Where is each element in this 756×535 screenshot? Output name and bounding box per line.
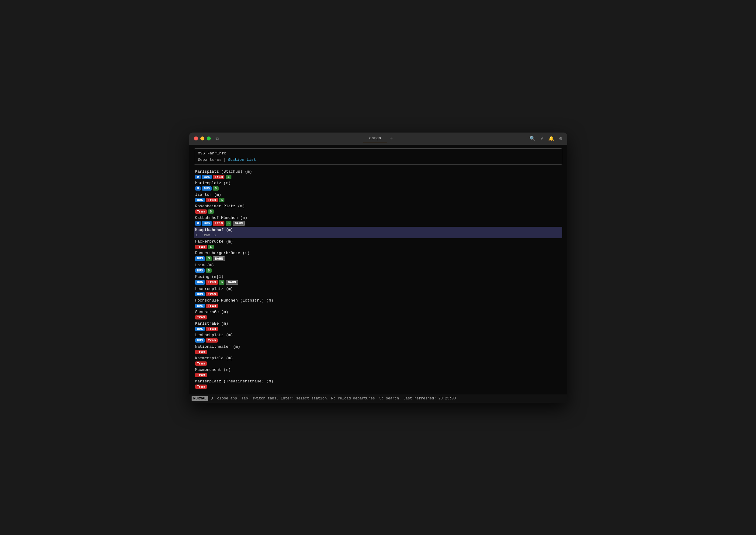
badge-tram: Tram bbox=[206, 327, 218, 331]
badge-bus: BUS bbox=[195, 327, 205, 331]
add-tab-button[interactable]: + bbox=[390, 136, 393, 142]
badge-bus: BUS bbox=[195, 338, 205, 343]
maximize-button[interactable] bbox=[207, 136, 211, 140]
badge-s: S bbox=[226, 221, 231, 226]
station-badges: Tram bbox=[195, 384, 561, 389]
station-badges: Tram bbox=[195, 373, 561, 377]
station-badges: U BUS Tram S bbox=[195, 175, 561, 179]
station-name: Isartor (m) bbox=[195, 192, 561, 197]
badge-bahn: BAHN bbox=[233, 221, 245, 226]
tab-station-list[interactable]: Station List bbox=[227, 157, 256, 162]
station-name: Sandstraße (m) bbox=[195, 310, 561, 314]
list-item[interactable]: Pasing (m|1) BUS Tram S BAHN bbox=[194, 273, 562, 286]
station-list: Karlsplatz (Stachus) (m) U BUS Tram S Ma… bbox=[194, 168, 562, 390]
badge-tram: Tram bbox=[195, 384, 207, 389]
station-badges: U Tram S bbox=[195, 233, 561, 238]
station-name: Pasing (m|1) bbox=[195, 274, 561, 279]
badge-tram: Tram bbox=[195, 361, 207, 366]
tab-icon: ⧉ bbox=[216, 136, 218, 141]
badge-s: S bbox=[226, 175, 231, 179]
list-item[interactable]: Ostbahnhof München (m) U BUS Tram S BAHN bbox=[194, 214, 562, 227]
station-badges: BUS Tram bbox=[195, 327, 561, 331]
titlebar: ⧉ cargo + 🔍 ⚡ 🔔 ⚙ bbox=[189, 132, 567, 145]
list-item[interactable]: Sandstraße (m) Tram bbox=[194, 309, 562, 321]
station-badges: BUS S bbox=[195, 268, 561, 273]
notification-icon[interactable]: 🔔 bbox=[548, 136, 554, 142]
list-item[interactable]: Marienplatz (Theatinerstraße) (m) Tram bbox=[194, 378, 562, 390]
tab-departures[interactable]: Departures bbox=[198, 157, 222, 162]
content-area: MVG FahrInfo Departures | Station List K… bbox=[189, 145, 567, 394]
badge-s: S bbox=[219, 280, 225, 285]
list-item[interactable]: Hochschule München (Lothstr.) (m) BUS Tr… bbox=[194, 297, 562, 309]
badge-tram-text: Tram bbox=[201, 233, 211, 238]
status-bar: NORMAL Q: close app. Tab: switch tabs. E… bbox=[189, 394, 567, 403]
badge-tram: Tram bbox=[206, 338, 218, 343]
station-name: Lenbachplatz (m) bbox=[195, 333, 561, 337]
badge-s: S bbox=[213, 186, 218, 191]
badge-tram: Tram bbox=[213, 175, 224, 179]
badge-bus: BUS bbox=[195, 292, 205, 296]
station-badges: U BUS Tram S BAHN bbox=[195, 221, 561, 226]
badge-s: S bbox=[208, 245, 214, 249]
list-item[interactable]: Laim (m) BUS S bbox=[194, 262, 562, 273]
station-name: Donnersbergerbrücke (m) bbox=[195, 251, 561, 255]
station-name: Karlstraße (m) bbox=[195, 321, 561, 326]
station-badges: U BUS S bbox=[195, 186, 561, 191]
station-badges: Tram S bbox=[195, 245, 561, 249]
titlebar-icons: 🔍 ⚡ 🔔 ⚙ bbox=[530, 136, 562, 142]
list-item[interactable]: Kammerspiele (m) Tram bbox=[194, 355, 562, 367]
app-window: ⧉ cargo + 🔍 ⚡ 🔔 ⚙ MVG FahrInfo Departure… bbox=[189, 132, 567, 403]
station-badges: BUS Tram bbox=[195, 304, 561, 308]
station-badges: Tram bbox=[195, 350, 561, 354]
list-item[interactable]: Leonrodplatz (m) BUS Tram bbox=[194, 286, 562, 297]
minimize-button[interactable] bbox=[200, 136, 204, 140]
list-item[interactable]: Lenbachplatz (m) BUS Tram bbox=[194, 332, 562, 344]
station-name: Ostbahnhof München (m) bbox=[195, 215, 561, 220]
badge-bus: BUS bbox=[195, 280, 205, 285]
badge-s: S bbox=[206, 268, 212, 273]
list-item[interactable]: Nationaltheater (m) Tram bbox=[194, 344, 562, 355]
badge-tram: Tram bbox=[195, 373, 207, 377]
station-name: Rosenheimer Platz (m) bbox=[195, 204, 561, 209]
lightning-icon[interactable]: ⚡ bbox=[540, 136, 543, 142]
list-item[interactable]: Rosenheimer Platz (m) Tram S bbox=[194, 203, 562, 214]
close-button[interactable] bbox=[194, 136, 198, 140]
badge-tram: Tram bbox=[195, 210, 207, 214]
mode-badge: NORMAL bbox=[191, 396, 208, 401]
search-icon[interactable]: 🔍 bbox=[530, 136, 536, 142]
list-item[interactable]: Hackerbrücke (m) Tram S bbox=[194, 238, 562, 250]
tab-bar: cargo + bbox=[363, 135, 393, 142]
list-item[interactable]: Maxmonument (m) Tram bbox=[194, 367, 562, 378]
station-name: Kammerspiele (m) bbox=[195, 356, 561, 360]
badge-bus: BUS bbox=[195, 256, 205, 261]
badge-tram: Tram bbox=[213, 221, 224, 226]
settings-icon[interactable]: ⚙ bbox=[559, 136, 562, 142]
list-item[interactable]: Marienplatz (m) U BUS S bbox=[194, 180, 562, 191]
nav-separator: | bbox=[223, 157, 226, 162]
badge-bus: BUS bbox=[202, 186, 212, 191]
list-item[interactable]: Donnersbergerbrücke (m) BUS S BAHN bbox=[194, 250, 562, 262]
list-item[interactable]: Karlsplatz (Stachus) (m) U BUS Tram S bbox=[194, 168, 562, 180]
list-item[interactable]: Isartor (m) BUS Tram S bbox=[194, 191, 562, 203]
badge-bahn: BAHN bbox=[213, 256, 225, 261]
badge-u: U bbox=[195, 186, 201, 191]
station-name: Laim (m) bbox=[195, 263, 561, 268]
badge-bus: BUS bbox=[195, 304, 205, 308]
list-item[interactable]: Karlstraße (m) BUS Tram bbox=[194, 321, 562, 332]
station-name: Marienplatz (Theatinerstraße) (m) bbox=[195, 379, 561, 383]
badge-tram: Tram bbox=[206, 280, 218, 285]
badge-tram: Tram bbox=[195, 350, 207, 354]
nav-tabs: Departures | Station List bbox=[198, 157, 558, 162]
station-name: Leonrodplatz (m) bbox=[195, 287, 561, 291]
badge-tram: Tram bbox=[206, 304, 218, 308]
station-badges: Tram bbox=[195, 361, 561, 366]
station-badges: Tram S bbox=[195, 210, 561, 214]
badge-u: U bbox=[195, 175, 201, 179]
badge-bus: BUS bbox=[195, 198, 205, 202]
cargo-tab[interactable]: cargo bbox=[363, 135, 387, 142]
station-name: Hackerbrücke (m) bbox=[195, 239, 561, 244]
status-help-text: Q: close app. Tab: switch tabs. Enter: s… bbox=[211, 396, 456, 401]
badge-s: S bbox=[219, 198, 225, 202]
badge-bahn: BAHN bbox=[226, 280, 238, 285]
list-item[interactable]: Hauptbahnhof (m) U Tram S bbox=[194, 227, 562, 238]
